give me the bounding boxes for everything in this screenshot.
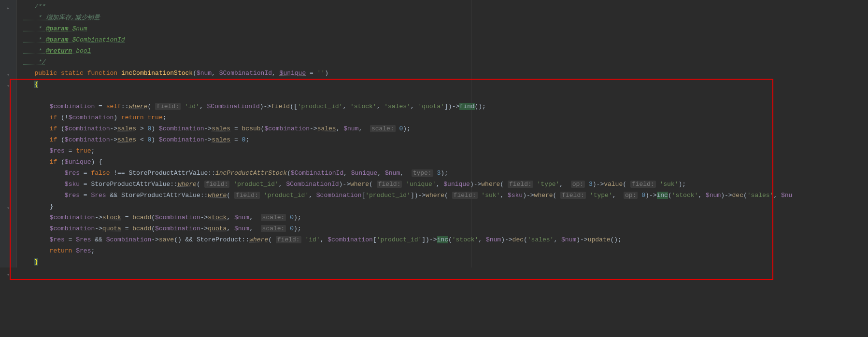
code-line[interactable]: $combination->quota = bcadd($combination… — [23, 223, 868, 234]
var: $num — [486, 236, 501, 243]
hint: field: — [508, 181, 533, 188]
var: $num — [385, 169, 400, 177]
code-line[interactable]: */ — [23, 56, 868, 68]
fn-dec: dec — [732, 192, 743, 199]
code-line[interactable]: { — [23, 79, 868, 90]
num: 0 — [290, 214, 294, 221]
doc-line: * — [23, 47, 46, 55]
code-line[interactable]: if ($combination->sales < 0) $combinatio… — [23, 134, 868, 145]
var: $CombinationId — [291, 169, 343, 177]
code-line[interactable]: $res = true; — [23, 145, 868, 156]
kw-if: if — [50, 125, 57, 132]
code-line[interactable]: if ($unique) { — [23, 156, 868, 168]
hint-scale: scale: — [261, 214, 286, 221]
var: $num — [706, 192, 721, 199]
code-line[interactable]: } — [23, 201, 868, 212]
code-line[interactable]: $combination = self::where( field: 'id',… — [23, 101, 868, 112]
var: $num — [343, 125, 358, 132]
code-line[interactable]: $sku = StoreProductAttrValue::where( fie… — [23, 179, 868, 190]
doc-close: */ — [23, 58, 46, 66]
var: $combination — [327, 236, 373, 243]
code-line[interactable]: if (!$combination) return true; — [23, 112, 868, 123]
hint: field: — [204, 181, 230, 188]
kw-static: static — [61, 70, 84, 77]
fold-icon[interactable]: ▾ — [7, 203, 12, 208]
var: $combination — [159, 125, 204, 132]
var-res: $res — [50, 147, 65, 154]
default: '' — [317, 70, 325, 77]
doc-var: bool — [72, 47, 91, 55]
str: 'type' — [590, 192, 612, 199]
brace-close: } — [34, 258, 38, 266]
prop-sales: sales — [117, 125, 136, 132]
hint: field: — [377, 181, 402, 188]
fn-where: where — [128, 103, 147, 110]
fn-bcadd: bcadd — [132, 225, 151, 232]
var: $num — [561, 236, 576, 243]
code-line[interactable]: /** — [23, 1, 868, 12]
prop-sales: sales — [212, 136, 230, 143]
fold-icon[interactable]: ▸ — [7, 3, 12, 8]
doc-var: $num — [69, 25, 87, 32]
str: 'stock' — [350, 103, 377, 110]
prop: quota — [208, 225, 227, 232]
code-line[interactable]: * @param $num — [23, 23, 868, 34]
code-line[interactable]: $res = false !== StoreProductAttrValue::… — [23, 168, 868, 179]
param: $CombinationId — [219, 70, 272, 77]
str: 'suk' — [659, 181, 678, 188]
hint: field: — [234, 192, 260, 199]
hint-op: op: — [571, 181, 585, 188]
code-editor[interactable]: ▸ ▾ ▾ ▾ ▾ /** * 增加库存,减少销量 * @param $num … — [0, 0, 868, 267]
code-line[interactable]: return $res; — [23, 245, 868, 256]
var: $CombinationId — [286, 181, 339, 188]
num: 0 — [641, 192, 645, 199]
num: 3 — [589, 181, 593, 188]
var-res: $res — [50, 236, 65, 243]
str: 'stock' — [452, 236, 479, 243]
kw-self: self — [106, 103, 121, 110]
kw-if: if — [50, 136, 57, 143]
var: $unique — [443, 181, 470, 188]
class: StoreProductAttrValue — [128, 169, 208, 177]
fn-incproductattrstock: incProductAttrStock — [215, 169, 287, 177]
doc-line: * — [23, 36, 46, 43]
prop-stock: stock — [102, 214, 121, 221]
hint: field: — [452, 192, 478, 199]
fn-name: incCombinationStock — [121, 70, 193, 77]
code-line[interactable]: * @return bool — [23, 45, 868, 56]
param: $num — [197, 70, 212, 77]
fn-update: update — [588, 236, 611, 243]
hint: field: — [560, 192, 586, 199]
fold-icon[interactable]: ▾ — [7, 269, 12, 274]
class: StoreProduct — [197, 236, 242, 243]
var-res: $res — [65, 169, 80, 177]
fn-value: value — [604, 181, 623, 188]
fold-icon[interactable]: ▾ — [7, 81, 12, 85]
prop: stock — [208, 214, 227, 221]
var: $num — [234, 214, 249, 221]
prop-quota: quota — [102, 225, 121, 232]
code-line[interactable]: $res = $res && StoreProductAttrValue::wh… — [23, 190, 868, 201]
var-res: $res — [91, 192, 106, 199]
var: $combination — [159, 136, 204, 143]
code-line[interactable]: if ($combination->sales > 0) $combinatio… — [23, 123, 868, 134]
var: $combination — [106, 236, 152, 243]
code-line[interactable]: $combination->stock = bcadd($combination… — [23, 212, 868, 223]
code-line[interactable] — [23, 90, 868, 101]
code-line[interactable]: * 增加库存,减少销量 — [23, 12, 868, 23]
code-line[interactable]: } — [23, 256, 868, 267]
kw-true: true — [147, 114, 162, 121]
fn-dec: dec — [512, 236, 524, 243]
code-line[interactable]: public static function incCombinationSto… — [23, 68, 868, 79]
var: $combination — [65, 125, 110, 132]
var: $num — [234, 225, 249, 232]
kw-return: return — [121, 114, 144, 121]
class: StoreProductAttrValue — [91, 181, 170, 188]
kw-true: true — [76, 147, 91, 154]
var: $sku — [508, 192, 523, 199]
fold-icon[interactable]: ▾ — [7, 70, 12, 74]
code-line[interactable]: $res = $res && $combination->save() && S… — [23, 234, 868, 245]
code-line[interactable]: * @param $CombinationId — [23, 34, 868, 45]
kw-if: if — [50, 114, 57, 121]
brace-open: { — [34, 81, 38, 88]
